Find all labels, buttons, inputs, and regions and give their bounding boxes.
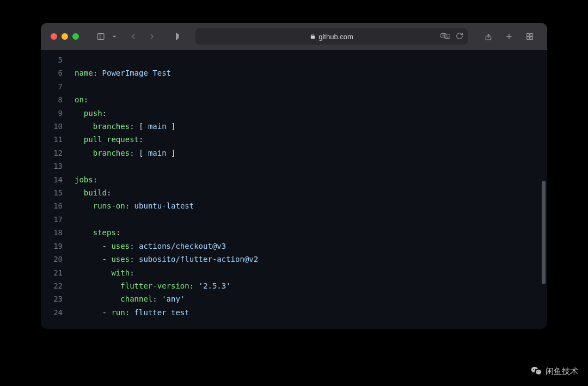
code-line[interactable]: 14jobs: [41,173,547,186]
share-button[interactable] [481,29,496,44]
translate-icon[interactable]: A文 [440,32,450,41]
watermark: 闲鱼技术 [530,365,578,377]
code-line[interactable]: 21 with: [41,266,547,279]
line-number: 8 [41,93,75,106]
line-number: 24 [41,306,75,319]
line-content: with: [75,266,547,279]
code-line[interactable]: 22 flutter-version: '2.5.3' [41,279,547,292]
privacy-shield-icon[interactable] [168,29,183,44]
line-number: 9 [41,107,75,120]
line-content: - uses: subosito/flutter-action@v2 [75,253,547,266]
tab-overview-button[interactable] [522,29,537,44]
line-number: 20 [41,253,75,266]
line-number: 22 [41,279,75,292]
svg-rect-0 [97,34,104,40]
code-line[interactable]: 17 [41,213,547,226]
new-tab-button[interactable] [501,29,517,44]
line-number: 7 [41,80,75,93]
forward-button[interactable] [144,29,160,44]
code-line[interactable]: 19 - uses: actions/checkout@v3 [41,240,547,253]
svg-rect-10 [530,34,533,36]
code-line[interactable]: 12 branches: [ main ] [41,146,547,160]
browser-window: github.com A文 56name: PowerImage T [41,23,547,329]
line-number: 18 [41,226,75,239]
reload-icon[interactable] [456,32,463,41]
back-button[interactable] [126,29,141,44]
line-content: - uses: actions/checkout@v3 [75,240,547,253]
line-content: runs-on: ubuntu-latest [75,199,547,212]
content-area: 56name: PowerImage Test78on:9 push:10 br… [41,50,547,329]
line-number: 17 [41,213,75,226]
line-content: push: [75,107,547,120]
line-content [75,160,547,173]
line-content: name: PowerImage Test [75,66,547,79]
line-number: 11 [41,133,75,146]
close-button[interactable] [51,33,57,40]
line-number: 5 [41,53,75,66]
line-number: 19 [41,240,75,253]
traffic-lights [51,33,79,40]
line-number: 15 [41,186,75,199]
line-content [75,80,547,93]
watermark-text: 闲鱼技术 [546,366,578,377]
line-content: on: [75,93,547,106]
code-line[interactable]: 9 push: [41,107,547,120]
sidebar-toggle-button[interactable] [93,29,108,44]
line-number: 21 [41,266,75,279]
code-line[interactable]: 13 [41,160,547,173]
scrollbar-thumb[interactable] [542,181,546,284]
line-content: pull_request: [75,133,547,146]
svg-rect-11 [527,37,530,40]
line-number: 6 [41,66,75,79]
code-line[interactable]: 15 build: [41,186,547,199]
line-content: flutter-version: '2.5.3' [75,279,547,292]
address-bar[interactable]: github.com A文 [195,28,468,45]
svg-text:文: 文 [446,34,449,38]
line-number: 13 [41,160,75,173]
svg-text:A: A [442,34,444,37]
code-line[interactable]: 6name: PowerImage Test [41,66,547,79]
line-number: 14 [41,173,75,186]
line-content: branches: [ main ] [75,146,547,160]
line-content [75,213,547,226]
code-line[interactable]: 11 pull_request: [41,133,547,146]
code-line[interactable]: 18 steps: [41,226,547,239]
line-content [75,53,547,66]
code-line[interactable]: 8on: [41,93,547,106]
minimize-button[interactable] [62,33,68,40]
code-line[interactable]: 5 [41,53,547,66]
line-content: - run: flutter test [75,306,547,319]
wechat-icon [530,365,542,377]
line-content: channel: 'any' [75,292,547,305]
line-number: 12 [41,146,75,160]
titlebar: github.com A文 [41,23,547,50]
code-line[interactable]: 20 - uses: subosito/flutter-action@v2 [41,253,547,266]
line-number: 16 [41,199,75,212]
line-content: steps: [75,226,547,239]
lock-icon [310,33,316,41]
code-line[interactable]: 23 channel: 'any' [41,292,547,305]
tab-group-dropdown[interactable] [109,29,119,44]
code-line[interactable]: 10 branches: [ main ] [41,120,547,133]
svg-rect-9 [527,34,530,36]
address-text: github.com [318,33,353,41]
line-number: 23 [41,292,75,305]
line-content: build: [75,186,547,199]
code-line[interactable]: 16 runs-on: ubuntu-latest [41,199,547,212]
code-line[interactable]: 24 - run: flutter test [41,306,547,319]
line-content: jobs: [75,173,547,186]
code-editor[interactable]: 56name: PowerImage Test78on:9 push:10 br… [41,50,547,319]
line-content: branches: [ main ] [75,120,547,133]
code-line[interactable]: 7 [41,80,547,93]
line-number: 10 [41,120,75,133]
svg-rect-12 [530,37,533,40]
maximize-button[interactable] [72,33,79,40]
